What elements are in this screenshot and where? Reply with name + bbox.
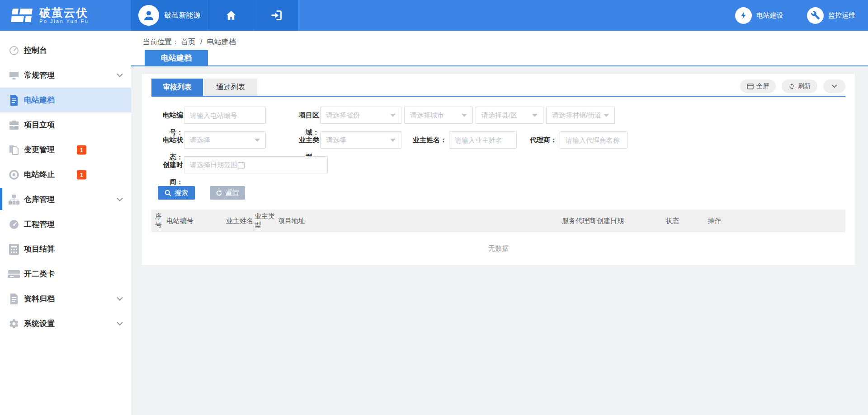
select-arrow-icon — [390, 139, 396, 142]
select-arrow-icon — [604, 114, 609, 117]
tab-review-list[interactable]: 审核列表 — [151, 79, 203, 96]
content: 审核列表 通过列表 全屏 — [131, 66, 868, 265]
sign-in-arrow-icon — [270, 9, 283, 22]
gear-icon — [8, 318, 20, 329]
owner-type-select[interactable]: 请选择 — [320, 131, 401, 149]
breadcrumb-current: 电站建档 — [207, 38, 236, 46]
filter-form: 电站编号： 项目区域： 请选择省份 请选择城市 请选择县/区 — [151, 97, 845, 200]
bank-card-icon — [8, 269, 20, 280]
table-header-row: 序号 电站编号 业主姓名 业主类型 项目地址 服务代理商 创建日期 状态 操作 — [151, 210, 845, 232]
chevron-down-icon — [117, 297, 123, 301]
breadcrumb-prefix: 当前位置： — [143, 38, 179, 46]
nav-monitor-ops[interactable]: 监控运维 — [807, 7, 855, 24]
brand-logo-icon — [11, 7, 33, 23]
sidebar-item-data-archive[interactable]: 资料归档 — [0, 286, 131, 311]
record-icon — [8, 169, 20, 180]
company-name: 破茧新能源 — [165, 11, 201, 20]
col-status: 状态 — [665, 217, 708, 225]
home-icon — [225, 9, 237, 21]
owner-name-input[interactable] — [449, 131, 517, 149]
document-icon — [8, 95, 20, 106]
col-create-date: 创建日期 — [597, 217, 665, 225]
owner-name-label: 业主姓名： — [407, 131, 447, 149]
copy-icon — [8, 145, 20, 155]
select-arrow-icon — [462, 114, 467, 117]
sidebar-item-project-settlement[interactable]: 项目结算 — [0, 237, 131, 261]
reset-button[interactable]: 重置 — [210, 186, 245, 200]
city-select[interactable]: 请选择城市 — [404, 107, 473, 124]
dashboard-icon — [8, 219, 20, 230]
select-arrow-icon — [390, 114, 396, 117]
filter-row-1: 电站编号： 项目区域： 请选择省份 请选择城市 请选择县/区 — [151, 107, 845, 124]
panel-toolbar: 全屏 刷新 — [740, 79, 845, 96]
calculator-icon — [8, 244, 20, 255]
page-tab-station-archive[interactable]: 电站建档 — [145, 50, 208, 65]
filter-actions: 搜索 重置 — [151, 186, 845, 200]
breadcrumb: 当前位置： 首页 / 电站建档 — [143, 38, 236, 46]
select-arrow-icon — [255, 139, 260, 142]
chevron-down-icon — [117, 73, 123, 77]
sidebar-item-open-type2-card[interactable]: 开二类卡 — [0, 261, 131, 286]
calendar-icon — [237, 161, 245, 169]
fullscreen-button[interactable]: 全屏 — [740, 79, 776, 93]
sidebar-item-station-archive[interactable]: 电站建档 — [0, 88, 131, 112]
avatar — [138, 5, 159, 26]
chevron-down-icon — [117, 197, 123, 201]
empty-state: 无数据 — [151, 232, 845, 265]
nav-station-build-label: 电站建设 — [756, 11, 783, 20]
home-button[interactable] — [208, 0, 254, 31]
breadcrumb-separator: / — [200, 38, 202, 46]
main-area: 当前位置： 首页 / 电站建档 电站建档 审核列表 通过列表 — [131, 31, 868, 415]
chevron-down-icon — [831, 84, 837, 88]
province-select[interactable]: 请选择省份 — [320, 107, 401, 124]
col-actions: 操作 — [708, 217, 721, 225]
county-select[interactable]: 请选择县/区 — [476, 107, 543, 124]
tab-passed-list[interactable]: 通过列表 — [204, 79, 257, 96]
col-seq: 序号 — [155, 212, 166, 229]
nav-station-build[interactable]: 电站建设 — [735, 7, 783, 24]
sidebar-item-warehouse-mgmt[interactable]: 仓库管理 — [0, 187, 131, 212]
panel-card: 审核列表 通过列表 全屏 — [142, 74, 855, 265]
date-range-picker[interactable]: 请选择日期范围 — [184, 156, 328, 173]
agent-input[interactable] — [560, 131, 627, 149]
col-service-agent: 服务代理商 — [562, 217, 597, 225]
reset-icon — [216, 190, 222, 196]
sidebar-item-console[interactable]: 控制台 — [0, 38, 131, 63]
col-owner-type: 业主类型 — [255, 212, 278, 229]
sidebar-item-change-mgmt[interactable]: 变更管理 1 — [0, 137, 131, 162]
filter-row-3: 创建时间： 请选择日期范围 — [151, 156, 845, 173]
panel-tabs: 审核列表 通过列表 全屏 — [151, 79, 845, 97]
agent-label: 代理商： — [524, 131, 557, 149]
lightning-icon — [735, 7, 752, 24]
sign-out-button[interactable] — [254, 0, 298, 31]
collapse-button[interactable] — [823, 79, 845, 93]
badge-count: 1 — [77, 170, 86, 179]
sidebar-item-general-mgmt[interactable]: 常规管理 — [0, 63, 131, 88]
brand-logo: 破茧云伏 Po Jian Yun Fu — [0, 0, 131, 31]
nav-monitor-ops-label: 监控运维 — [828, 11, 855, 20]
station-no-input[interactable] — [184, 107, 266, 124]
monitor-icon — [8, 70, 20, 81]
sidebar-item-station-terminate[interactable]: 电站终止 1 — [0, 162, 131, 187]
sidebar-item-project-initiation[interactable]: 项目立项 — [0, 112, 131, 137]
badge-count: 1 — [77, 145, 86, 154]
village-select[interactable]: 请选择村镇/街道 — [546, 107, 615, 124]
wrench-icon — [807, 7, 824, 24]
fullscreen-icon — [747, 84, 754, 89]
brand-subtitle: Po Jian Yun Fu — [39, 19, 89, 24]
create-time-label: 创建时间： — [151, 156, 183, 191]
refresh-button[interactable]: 刷新 — [782, 79, 817, 93]
brand-title: 破茧云伏 — [39, 7, 89, 19]
user-menu[interactable]: 破茧新能源 — [131, 0, 208, 31]
col-project-address: 项目地址 — [278, 217, 562, 225]
breadcrumb-bar: 当前位置： 首页 / 电站建档 电站建档 — [131, 31, 868, 66]
station-status-select[interactable]: 请选择 — [184, 131, 266, 149]
sidebar-item-engineering-mgmt[interactable]: 工程管理 — [0, 212, 131, 237]
sidebar: 控制台 常规管理 电站建档 项目立项 — [0, 31, 131, 415]
sidebar-item-system-settings[interactable]: 系统设置 — [0, 311, 131, 336]
breadcrumb-home[interactable]: 首页 — [181, 38, 195, 46]
top-header: 破茧云伏 Po Jian Yun Fu 破茧新能源 — [0, 0, 868, 31]
sitemap-icon — [8, 194, 20, 205]
gauge-icon — [8, 45, 20, 56]
results-table: 序号 电站编号 业主姓名 业主类型 项目地址 服务代理商 创建日期 状态 操作 … — [151, 210, 845, 265]
